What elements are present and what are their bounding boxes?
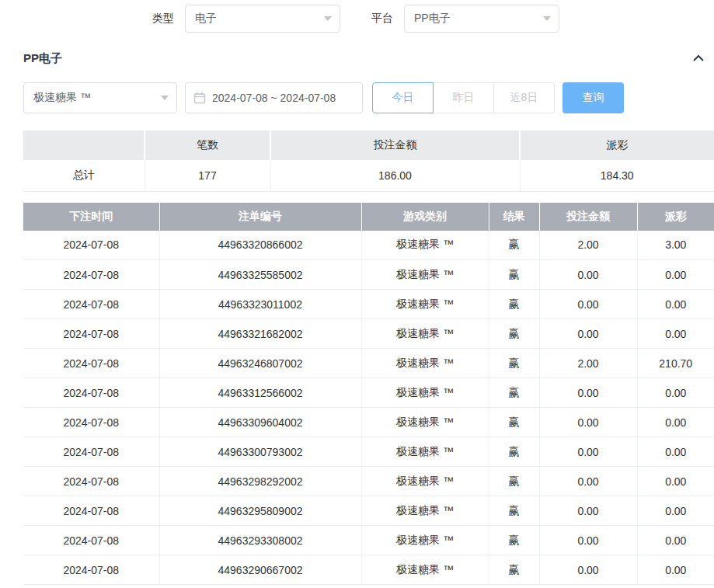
summary-total-label: 总计 xyxy=(23,160,145,191)
header-payout: 派彩 xyxy=(637,203,714,231)
table-cell: 0.00 xyxy=(637,437,714,467)
date-range-value: 2024-07-08 ~ 2024-07-08 xyxy=(212,92,336,104)
table-cell: 极速糖果 ™ xyxy=(361,349,489,378)
table-row: 2024-07-0844963321682002极速糖果 ™赢0.000.00 xyxy=(23,319,714,349)
table-cell: 0.00 xyxy=(539,526,637,555)
table-cell: 2.00 xyxy=(539,231,637,260)
summary-total-bet-amount: 186.00 xyxy=(270,160,520,191)
today-button[interactable]: 今日 xyxy=(372,82,434,113)
filter-row: 极速糖果 ™ 2024-07-08 ~ 2024-07-08 今日 昨日 近8日… xyxy=(23,82,714,113)
table-cell: 0.00 xyxy=(539,437,637,467)
table-cell: 极速糖果 ™ xyxy=(361,437,489,467)
table-cell: 3.00 xyxy=(637,231,714,260)
table-cell: 赢 xyxy=(489,290,539,319)
table-cell: 44963300793002 xyxy=(159,437,361,467)
table-cell: 赢 xyxy=(489,526,539,555)
table-row: 2024-07-0844963293308002极速糖果 ™赢0.000.00 xyxy=(23,526,714,555)
table-cell: 44963323011002 xyxy=(159,290,361,319)
quick-date-button-group: 今日 昨日 近8日 xyxy=(372,82,555,113)
header-order-id: 注单编号 xyxy=(159,203,361,231)
table-cell: 2024-07-08 xyxy=(23,349,159,378)
table-cell: 44963321682002 xyxy=(159,319,361,349)
table-cell: 0.00 xyxy=(539,408,637,437)
table-cell: 极速糖果 ™ xyxy=(361,378,489,408)
table-cell: 0.00 xyxy=(637,526,714,555)
summary-header-count: 笔数 xyxy=(145,130,270,160)
table-cell: 0.00 xyxy=(637,555,714,585)
table-cell: 极速糖果 ™ xyxy=(361,408,489,437)
summary-total-count: 177 xyxy=(145,160,270,191)
table-cell: 2024-07-08 xyxy=(23,526,159,555)
table-cell: 赢 xyxy=(489,496,539,526)
game-select[interactable]: 极速糖果 ™ xyxy=(23,82,177,113)
table-cell: 赢 xyxy=(489,467,539,496)
table-cell: 赢 xyxy=(489,319,539,349)
table-cell: 极速糖果 ™ xyxy=(361,467,489,496)
platform-field: 平台 PP电子 xyxy=(371,5,559,33)
platform-select[interactable]: PP电子 xyxy=(404,5,559,33)
table-cell: 极速糖果 ™ xyxy=(361,260,489,290)
yesterday-button[interactable]: 昨日 xyxy=(433,82,494,113)
table-cell: 0.00 xyxy=(637,378,714,408)
header-bet-amount: 投注金额 xyxy=(539,203,637,231)
table-cell: 2024-07-08 xyxy=(23,290,159,319)
table-cell: 2.00 xyxy=(539,349,637,378)
summary-header-row: 笔数 投注金额 派彩 xyxy=(23,130,714,160)
table-row: 2024-07-0844963300793002极速糖果 ™赢0.000.00 xyxy=(23,437,714,467)
table-cell: 0.00 xyxy=(539,378,637,408)
page-title: PP电子 xyxy=(23,51,62,66)
chevron-up-icon[interactable] xyxy=(692,54,705,63)
table-cell: 44963312566002 xyxy=(159,378,361,408)
table-cell: 极速糖果 ™ xyxy=(361,496,489,526)
table-cell: 赢 xyxy=(489,231,539,260)
table-cell: 0.00 xyxy=(637,467,714,496)
table-cell: 44963246807002 xyxy=(159,349,361,378)
table-cell: 赢 xyxy=(489,408,539,437)
platform-select-value: PP电子 xyxy=(414,12,451,26)
date-range-input[interactable]: 2024-07-08 ~ 2024-07-08 xyxy=(185,82,363,113)
table-row: 2024-07-0844963309604002极速糖果 ™赢0.000.00 xyxy=(23,408,714,437)
table-cell: 极速糖果 ™ xyxy=(361,526,489,555)
table-cell: 0.00 xyxy=(637,290,714,319)
table-cell: 赢 xyxy=(489,260,539,290)
chevron-down-icon xyxy=(324,16,332,21)
table-cell: 极速糖果 ™ xyxy=(361,555,489,585)
header-game-category: 游戏类别 xyxy=(361,203,489,231)
table-cell: 0.00 xyxy=(637,319,714,349)
game-select-value: 极速糖果 ™ xyxy=(33,91,91,105)
table-cell: 2024-07-08 xyxy=(23,555,159,585)
bet-table-body: 2024-07-0844963320866002极速糖果 ™赢2.003.002… xyxy=(23,231,714,585)
table-row: 2024-07-0844963298292002极速糖果 ™赢0.000.00 xyxy=(23,467,714,496)
platform-label: 平台 xyxy=(371,12,393,26)
table-cell: 0.00 xyxy=(637,260,714,290)
table-cell: 极速糖果 ™ xyxy=(361,290,489,319)
table-row: 2024-07-0844963320866002极速糖果 ™赢2.003.00 xyxy=(23,231,714,260)
table-cell: 2024-07-08 xyxy=(23,437,159,467)
table-cell: 210.70 xyxy=(637,349,714,378)
table-cell: 赢 xyxy=(489,555,539,585)
calendar-icon xyxy=(193,92,206,104)
bet-records-table: 下注时间 注单编号 游戏类别 结果 投注金额 派彩 2024-07-084496… xyxy=(23,203,714,586)
table-row: 2024-07-0844963323011002极速糖果 ™赢0.000.00 xyxy=(23,290,714,319)
table-cell: 2024-07-08 xyxy=(23,408,159,437)
table-cell: 44963293308002 xyxy=(159,526,361,555)
summary-header-payout: 派彩 xyxy=(520,130,714,160)
table-cell: 2024-07-08 xyxy=(23,231,159,260)
table-cell: 极速糖果 ™ xyxy=(361,319,489,349)
table-cell: 0.00 xyxy=(539,319,637,349)
table-row: 2024-07-0844963246807002极速糖果 ™赢2.00210.7… xyxy=(23,349,714,378)
type-select[interactable]: 电子 xyxy=(185,5,340,33)
table-cell: 0.00 xyxy=(637,496,714,526)
last-8-days-button[interactable]: 近8日 xyxy=(493,82,555,113)
table-cell: 赢 xyxy=(489,437,539,467)
table-row: 2024-07-0844963312566002极速糖果 ™赢0.000.00 xyxy=(23,378,714,408)
table-cell: 0.00 xyxy=(539,467,637,496)
type-select-value: 电子 xyxy=(195,12,217,26)
table-cell: 44963325585002 xyxy=(159,260,361,290)
table-cell: 0.00 xyxy=(539,555,637,585)
type-label: 类型 xyxy=(152,12,174,26)
search-button[interactable]: 查询 xyxy=(562,82,624,113)
table-cell: 2024-07-08 xyxy=(23,319,159,349)
summary-header-empty xyxy=(23,130,145,160)
table-cell: 2024-07-08 xyxy=(23,467,159,496)
